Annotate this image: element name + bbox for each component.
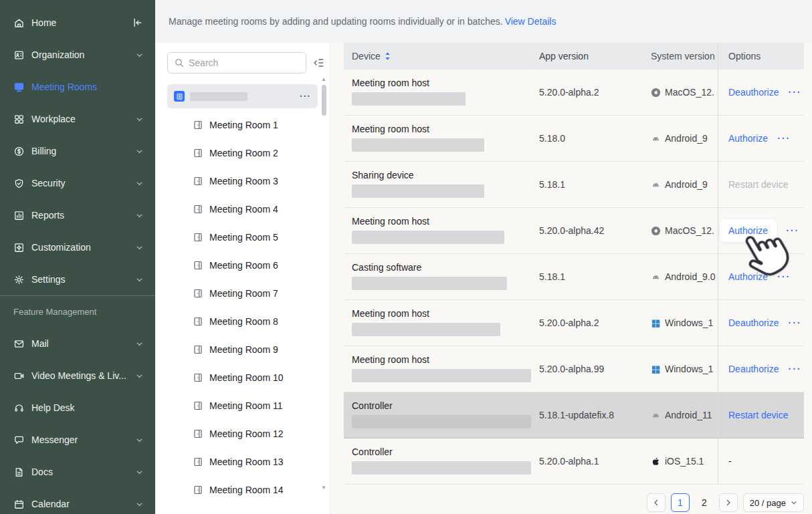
sidebar-item-security[interactable]: Security xyxy=(0,167,155,199)
table-row[interactable]: Sharing device 5.18.1 Android_9 Restart … xyxy=(344,162,804,208)
app-version: 5.20.0-alpha.99 xyxy=(539,364,651,374)
macos-icon xyxy=(651,226,661,236)
app-version: 5.20.0-alpha.2 xyxy=(539,87,651,98)
restart-device-button[interactable]: Restart device xyxy=(728,410,788,420)
meeting-room-icon xyxy=(193,288,203,299)
table-row[interactable]: Casting software 5.18.1 Android_9.0 Auth… xyxy=(344,254,804,300)
tree-item-meeting-room[interactable]: Meeting Room 10 xyxy=(167,364,330,392)
deauthorize-button[interactable]: Deauthorize xyxy=(728,364,779,374)
tree-item-meeting-room[interactable]: Meeting Room 14 xyxy=(167,476,330,504)
app-version: 5.18.0 xyxy=(539,133,651,144)
video-camera-icon xyxy=(13,370,25,382)
page-button-1[interactable]: 1 xyxy=(671,493,690,512)
tree-item-meeting-room[interactable]: Meeting Room 3 xyxy=(167,167,330,195)
tree-item-meeting-room[interactable]: Meeting Room 7 xyxy=(167,279,330,307)
sidebar-item-workplace[interactable]: Workplace xyxy=(0,103,155,135)
room-label: Meeting Room 9 xyxy=(209,344,278,355)
room-list: Meeting Room 1 Meeting Room 2 Meeting Ro… xyxy=(167,111,330,504)
options-column-header: Options xyxy=(718,51,804,61)
more-actions-icon[interactable]: ··· xyxy=(786,225,799,236)
info-banner: Manage meeting rooms by adding and updat… xyxy=(155,0,812,43)
tree-item-meeting-room[interactable]: Meeting Room 5 xyxy=(167,223,330,251)
meeting-room-icon xyxy=(193,204,203,215)
tree-item-meeting-room[interactable]: Meeting Room 2 xyxy=(167,139,330,167)
tree-item-meeting-room[interactable]: Meeting Room 8 xyxy=(167,307,330,336)
table-row-selected[interactable]: Controller 5.18.1-updatefix.8 Android_11… xyxy=(344,392,804,438)
tree-item-meeting-room[interactable]: Meeting Room 6 xyxy=(167,251,330,279)
sidebar-item-video-meetings[interactable]: Video Meetings & Liv... xyxy=(0,360,155,392)
room-label: Meeting Room 8 xyxy=(209,316,278,327)
sidebar-item-messenger[interactable]: Messenger xyxy=(0,424,155,456)
device-type: Meeting room host xyxy=(352,308,539,319)
sort-icon[interactable] xyxy=(385,51,391,61)
scrollbar-thumb[interactable] xyxy=(322,85,326,116)
sidebar-item-docs[interactable]: Docs xyxy=(0,456,155,488)
chevron-down-icon xyxy=(136,436,143,444)
home-icon xyxy=(13,17,25,29)
sidebar-item-meeting-rooms[interactable]: Meeting Rooms xyxy=(0,71,155,103)
sidebar-item-billing[interactable]: Billing xyxy=(0,135,155,167)
redacted-device-name xyxy=(352,415,531,428)
tree-item-meeting-room[interactable]: Meeting Room 9 xyxy=(167,336,330,364)
table-row[interactable]: Meeting room host 5.20.0-alpha.2 MacOS_1… xyxy=(344,70,804,116)
scroll-down-icon[interactable]: ▼ xyxy=(321,485,326,491)
sidebar-item-mail[interactable]: Mail xyxy=(0,328,155,360)
prev-page-button[interactable] xyxy=(647,493,666,512)
table-row[interactable]: Controller 5.20.0-alpha.1 iOS_15.1 - xyxy=(344,438,804,485)
tree-item-meeting-room[interactable]: Meeting Room 1 xyxy=(167,111,330,139)
room-label: Meeting Room 12 xyxy=(209,428,284,439)
sidebar-item-reports[interactable]: Reports xyxy=(0,199,155,231)
system-version: MacOS_12. xyxy=(665,225,714,236)
sidebar-collapse-icon[interactable] xyxy=(131,17,143,29)
sidebar-item-help-desk[interactable]: Help Desk xyxy=(0,392,155,424)
view-details-link[interactable]: View Details xyxy=(505,16,556,27)
sidebar-item-label: Calendar xyxy=(31,499,129,509)
more-actions-icon[interactable]: ··· xyxy=(300,91,311,102)
sidebar-item-settings[interactable]: Settings xyxy=(0,263,155,295)
sidebar-item-customization[interactable]: Customization xyxy=(0,231,155,263)
sidebar-item-organization[interactable]: Organization xyxy=(0,39,155,71)
chevron-down-icon xyxy=(791,499,797,506)
table-row[interactable]: Meeting room host 5.20.0-alpha.2 Windows… xyxy=(344,300,804,346)
android-icon xyxy=(651,134,661,144)
sidebar-item-label: Billing xyxy=(31,146,129,156)
table-row[interactable]: Meeting room host 5.20.0-alpha.99 Window… xyxy=(344,346,804,392)
tree-item-meeting-room[interactable]: Meeting Room 11 xyxy=(167,392,330,420)
next-page-button[interactable] xyxy=(719,493,738,512)
table-row[interactable]: Meeting room host 5.20.0-alpha.42 MacOS_… xyxy=(344,208,804,254)
more-actions-icon[interactable]: ··· xyxy=(789,317,802,328)
authorize-button[interactable]: Authorize xyxy=(728,133,768,144)
scroll-up-icon[interactable]: ▲ xyxy=(321,76,326,83)
chevron-down-icon xyxy=(136,212,143,219)
sidebar-item-calendar[interactable]: Calendar xyxy=(0,488,155,514)
tree-item-meeting-room[interactable]: Meeting Room 13 xyxy=(167,448,330,476)
room-label: Meeting Room 6 xyxy=(209,260,278,271)
building-icon xyxy=(174,91,185,102)
search-input[interactable] xyxy=(189,57,299,68)
sidebar-item-home[interactable]: Home xyxy=(0,7,155,39)
more-actions-icon[interactable]: ··· xyxy=(777,133,791,144)
meeting-room-icon xyxy=(193,428,203,439)
meeting-room-icon xyxy=(193,176,203,186)
sidebar-item-label: Reports xyxy=(31,210,129,221)
building-tree-root[interactable]: ··· xyxy=(167,84,318,108)
more-actions-icon[interactable]: ··· xyxy=(777,271,791,282)
authorize-button[interactable]: Authorize xyxy=(728,225,768,236)
authorize-button-hover[interactable]: Authorize xyxy=(720,219,777,242)
app-version: 5.18.1 xyxy=(539,179,651,190)
more-actions-icon[interactable]: ··· xyxy=(789,87,802,98)
search-box[interactable] xyxy=(167,52,306,74)
page-button-2[interactable]: 2 xyxy=(695,493,714,512)
more-actions-icon[interactable]: ··· xyxy=(789,364,802,374)
table-row[interactable]: Meeting room host 5.18.0 Android_9 Autho… xyxy=(344,116,804,162)
meeting-room-icon xyxy=(193,148,203,158)
tree-scrollbar[interactable]: ▲ ▼ xyxy=(320,76,328,491)
page-size-select[interactable]: 20 / page xyxy=(743,493,804,512)
collapse-tree-icon[interactable] xyxy=(312,57,324,69)
tree-item-meeting-room[interactable]: Meeting Room 4 xyxy=(167,195,330,223)
deauthorize-button[interactable]: Deauthorize xyxy=(728,87,779,98)
sidebar-item-label: Docs xyxy=(31,467,129,477)
tree-item-meeting-room[interactable]: Meeting Room 12 xyxy=(167,420,330,448)
deauthorize-button[interactable]: Deauthorize xyxy=(728,317,779,328)
authorize-button[interactable]: Authorize xyxy=(728,271,768,282)
